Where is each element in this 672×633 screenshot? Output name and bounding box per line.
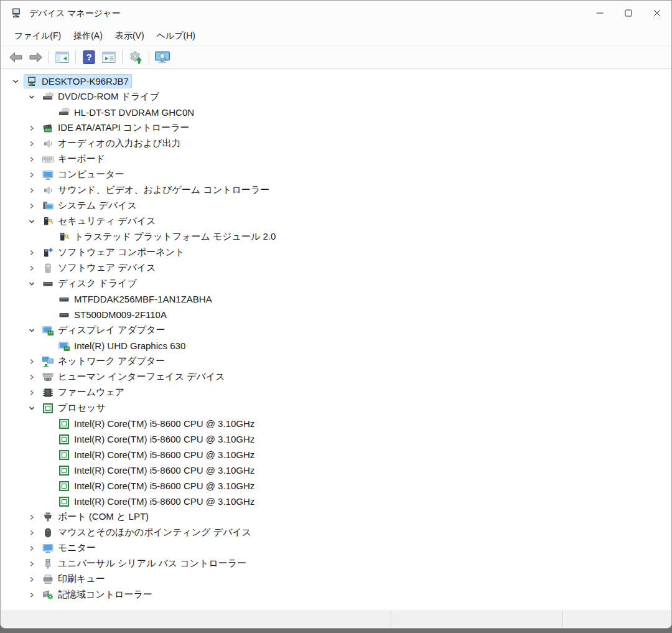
tree-item[interactable]: Intel(R) Core(TM) i5-8600 CPU @ 3.10GHz: [1, 416, 671, 431]
menu-item-file[interactable]: ファイル(F): [8, 27, 67, 45]
chevron-right-icon[interactable]: [24, 245, 40, 260]
chevron-right-icon[interactable]: [24, 260, 40, 276]
tree-item[interactable]: オーディオの入力および出力: [1, 136, 671, 151]
tree-item-body[interactable]: システム デバイス: [40, 199, 140, 213]
chevron-right-icon[interactable]: [24, 136, 40, 151]
chevron-right-icon[interactable]: [24, 385, 40, 400]
chevron-right-icon[interactable]: [24, 120, 40, 136]
tree-item[interactable]: ポート (COM と LPT): [1, 509, 671, 525]
tree-item-body[interactable]: ヒューマン インターフェイス デバイス: [40, 370, 228, 384]
chevron-right-icon[interactable]: [24, 151, 40, 167]
tree-item[interactable]: ST500DM009-2F110A: [1, 307, 671, 322]
chevron-right-icon[interactable]: [24, 509, 40, 525]
tree-item[interactable]: ソフトウェア コンポーネント: [1, 245, 671, 260]
tree-item[interactable]: ユニバーサル シリアル バス コントローラー: [1, 556, 671, 571]
tree-item[interactable]: MTFDDAK256MBF-1AN1ZABHA: [1, 291, 671, 307]
tree-item-body[interactable]: MTFDDAK256MBF-1AN1ZABHA: [56, 292, 215, 306]
tree-item[interactable]: ヒューマン インターフェイス デバイス: [1, 369, 671, 385]
show-console-tree-button[interactable]: [52, 48, 72, 67]
chevron-right-icon[interactable]: [24, 540, 40, 556]
tree-item[interactable]: サウンド、ビデオ、およびゲーム コントローラー: [1, 182, 671, 198]
chevron-right-icon[interactable]: [24, 354, 40, 369]
tree-item-body[interactable]: キーボード: [40, 152, 108, 166]
tree-item[interactable]: Intel(R) Core(TM) i5-8600 CPU @ 3.10GHz: [1, 431, 671, 447]
tree-item[interactable]: DVD/CD-ROM ドライブ: [1, 89, 671, 105]
tree-item-body[interactable]: 記憶域コントローラー: [40, 588, 156, 602]
chevron-right-icon[interactable]: [24, 571, 40, 587]
chevron-down-icon[interactable]: [24, 213, 40, 229]
menu-item-view[interactable]: 表示(V): [109, 27, 151, 45]
chevron-right-icon[interactable]: [24, 167, 40, 182]
forward-button[interactable]: [26, 48, 45, 67]
tree-item[interactable]: Intel(R) Core(TM) i5-8600 CPU @ 3.10GHz: [1, 478, 671, 494]
tree-item[interactable]: ネットワーク アダプター: [1, 354, 671, 369]
tree-item[interactable]: IDE ATA/ATAPI コントローラー: [1, 120, 671, 136]
tree-item[interactable]: キーボード: [1, 151, 671, 167]
tree-item[interactable]: モニター: [1, 540, 671, 556]
minimize-button[interactable]: [586, 1, 614, 27]
maximize-button[interactable]: [614, 1, 643, 27]
tree-item[interactable]: Intel(R) Core(TM) i5-8600 CPU @ 3.10GHz: [1, 494, 671, 509]
tree-item-body[interactable]: IDE ATA/ATAPI コントローラー: [40, 121, 193, 135]
tree-item-body[interactable]: サウンド、ビデオ、およびゲーム コントローラー: [40, 183, 273, 197]
tree-item-body[interactable]: マウスとそのほかのポインティング デバイス: [40, 525, 254, 540]
tree-item[interactable]: セキュリティ デバイス: [1, 213, 671, 229]
tree-item[interactable]: 印刷キュー: [1, 571, 671, 587]
chevron-down-icon[interactable]: [24, 276, 40, 291]
tree-item-body[interactable]: ディスプレイ アダプター: [40, 323, 169, 337]
tree-item-body[interactable]: ポート (COM と LPT): [40, 510, 152, 524]
tree-item-body[interactable]: ネットワーク アダプター: [40, 354, 168, 368]
tree-item-body[interactable]: DVD/CD-ROM ドライブ: [40, 90, 162, 104]
tree-item-body[interactable]: Intel(R) Core(TM) i5-8600 CPU @ 3.10GHz: [56, 448, 258, 462]
tree-item[interactable]: ディスク ドライブ: [1, 276, 671, 291]
tree-item-body[interactable]: モニター: [40, 541, 99, 555]
tree-item-body[interactable]: HL-DT-ST DVDRAM GHC0N: [56, 105, 197, 120]
tree-item-body[interactable]: プロセッサ: [40, 401, 109, 415]
tree-item-body[interactable]: ファームウェア: [40, 385, 128, 400]
tree-item[interactable]: プロセッサ: [1, 400, 671, 416]
chevron-right-icon[interactable]: [24, 198, 40, 213]
properties-button[interactable]: [99, 48, 119, 67]
tree-item-body[interactable]: Intel(R) UHD Graphics 630: [56, 339, 189, 353]
tree-item-body[interactable]: ユニバーサル シリアル バス コントローラー: [40, 556, 250, 571]
tree-item[interactable]: HL-DT-ST DVDRAM GHC0N: [1, 105, 671, 120]
chevron-down-icon[interactable]: [24, 89, 40, 105]
tree-item-body[interactable]: 印刷キュー: [40, 572, 108, 586]
tree-item-body[interactable]: Intel(R) Core(TM) i5-8600 CPU @ 3.10GHz: [56, 463, 258, 477]
tree-item-body[interactable]: Intel(R) Core(TM) i5-8600 CPU @ 3.10GHz: [56, 416, 258, 431]
tree-item[interactable]: ディスプレイ アダプター: [1, 322, 671, 338]
chevron-right-icon[interactable]: [24, 556, 40, 571]
menu-item-help[interactable]: ヘルプ(H): [151, 27, 202, 45]
help-button[interactable]: ?: [79, 48, 99, 67]
tree-item-selected-body[interactable]: DESKTOP-K96RJB7: [24, 74, 132, 88]
tree-item[interactable]: Intel(R) Core(TM) i5-8600 CPU @ 3.10GHz: [1, 462, 671, 478]
menu-item-action[interactable]: 操作(A): [67, 27, 109, 45]
tree-item[interactable]: DESKTOP-K96RJB7: [1, 73, 671, 89]
chevron-right-icon[interactable]: [24, 369, 40, 385]
tree-item-body[interactable]: Intel(R) Core(TM) i5-8600 CPU @ 3.10GHz: [56, 432, 258, 446]
chevron-down-icon[interactable]: [24, 322, 40, 338]
tree-item-body[interactable]: ソフトウェア コンポーネント: [40, 245, 187, 260]
tree-item[interactable]: トラステッド プラットフォーム モジュール 2.0: [1, 229, 671, 245]
tree-item-body[interactable]: ST500DM009-2F110A: [56, 307, 170, 322]
tree-item-body[interactable]: オーディオの入力および出力: [40, 136, 184, 151]
tree-item-body[interactable]: Intel(R) Core(TM) i5-8600 CPU @ 3.10GHz: [56, 479, 258, 493]
chevron-right-icon[interactable]: [24, 587, 40, 603]
tree-item[interactable]: Intel(R) UHD Graphics 630: [1, 338, 671, 354]
tree-item-body[interactable]: トラステッド プラットフォーム モジュール 2.0: [56, 230, 279, 244]
tree-item[interactable]: ソフトウェア デバイス: [1, 260, 671, 276]
tree-item[interactable]: ファームウェア: [1, 385, 671, 400]
chevron-down-icon[interactable]: [7, 73, 24, 89]
close-button[interactable]: [643, 1, 671, 27]
scan-hardware-changes-button[interactable]: [152, 48, 172, 67]
chevron-down-icon[interactable]: [24, 400, 40, 416]
tree-item-body[interactable]: Intel(R) Core(TM) i5-8600 CPU @ 3.10GHz: [56, 494, 258, 509]
tree-item[interactable]: コンピューター: [1, 167, 671, 182]
tree-item[interactable]: Intel(R) Core(TM) i5-8600 CPU @ 3.10GHz: [1, 447, 671, 462]
back-button[interactable]: [6, 48, 26, 67]
update-driver-button[interactable]: [126, 48, 146, 67]
tree-item-body[interactable]: ソフトウェア デバイス: [40, 261, 159, 275]
chevron-right-icon[interactable]: [24, 182, 40, 198]
tree-item-body[interactable]: ディスク ドライブ: [40, 276, 140, 291]
tree-item-body[interactable]: コンピューター: [40, 167, 128, 182]
